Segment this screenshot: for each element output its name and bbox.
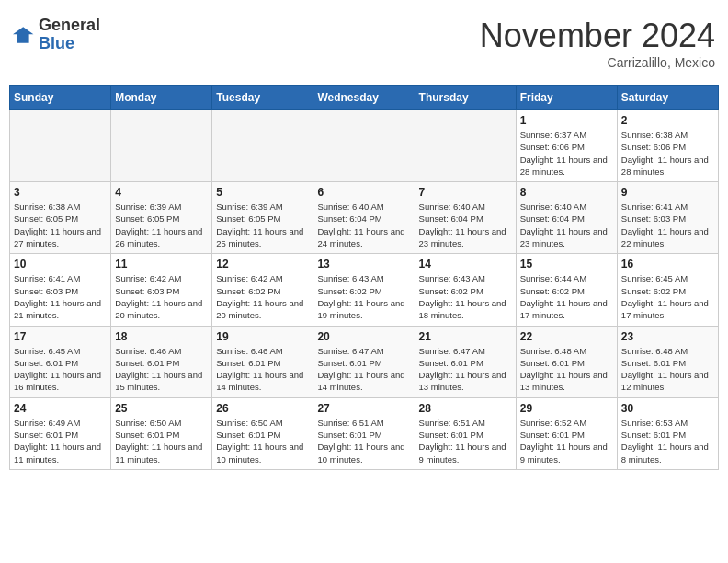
day-number: 15: [520, 258, 613, 270]
day-number: 24: [14, 402, 107, 415]
day-info: Sunrise: 6:50 AM Sunset: 6:01 PM Dayligh…: [216, 417, 309, 465]
day-number: 3: [14, 186, 107, 199]
day-number: 4: [115, 186, 208, 199]
calendar-cell: 17Sunrise: 6:45 AM Sunset: 6:01 PM Dayli…: [10, 326, 111, 397]
day-number: 7: [419, 186, 512, 199]
day-info: Sunrise: 6:40 AM Sunset: 6:04 PM Dayligh…: [419, 201, 512, 249]
calendar-cell: 29Sunrise: 6:52 AM Sunset: 6:01 PM Dayli…: [516, 397, 617, 469]
day-info: Sunrise: 6:42 AM Sunset: 6:02 PM Dayligh…: [216, 272, 309, 321]
day-info: Sunrise: 6:44 AM Sunset: 6:02 PM Dayligh…: [520, 272, 613, 321]
calendar-cell: [10, 110, 111, 182]
calendar-cell: 26Sunrise: 6:50 AM Sunset: 6:01 PM Dayli…: [212, 397, 313, 469]
day-number: 14: [419, 258, 512, 270]
day-number: 25: [115, 402, 208, 415]
calendar-cell: [415, 110, 516, 182]
calendar-cell: 22Sunrise: 6:48 AM Sunset: 6:01 PM Dayli…: [516, 326, 617, 397]
day-number: 12: [216, 258, 309, 270]
day-info: Sunrise: 6:50 AM Sunset: 6:01 PM Dayligh…: [115, 417, 208, 465]
day-number: 8: [520, 186, 613, 199]
weekday-header-monday: Monday: [111, 86, 212, 110]
svg-marker-0: [13, 27, 33, 43]
weekday-header-wednesday: Wednesday: [313, 86, 415, 110]
week-row-3: 17Sunrise: 6:45 AM Sunset: 6:01 PM Dayli…: [10, 326, 719, 397]
logo-icon: [13, 24, 35, 46]
day-number: 6: [317, 186, 410, 199]
calendar-cell: 27Sunrise: 6:51 AM Sunset: 6:01 PM Dayli…: [313, 397, 415, 469]
day-number: 13: [317, 258, 410, 270]
day-number: 23: [621, 330, 714, 343]
calendar-cell: 21Sunrise: 6:47 AM Sunset: 6:01 PM Dayli…: [415, 326, 516, 397]
day-info: Sunrise: 6:52 AM Sunset: 6:01 PM Dayligh…: [520, 417, 613, 465]
page-header: General Blue November 2024 Carrizalillo,…: [9, 9, 719, 77]
calendar-cell: [313, 110, 415, 182]
month-title: November 2024: [480, 17, 715, 55]
day-info: Sunrise: 6:42 AM Sunset: 6:03 PM Dayligh…: [115, 272, 208, 321]
calendar-cell: 25Sunrise: 6:50 AM Sunset: 6:01 PM Dayli…: [111, 397, 212, 469]
calendar-cell: 12Sunrise: 6:42 AM Sunset: 6:02 PM Dayli…: [212, 254, 313, 326]
day-info: Sunrise: 6:48 AM Sunset: 6:01 PM Dayligh…: [621, 345, 714, 394]
day-info: Sunrise: 6:46 AM Sunset: 6:01 PM Dayligh…: [115, 345, 208, 394]
day-number: 19: [216, 330, 309, 343]
day-info: Sunrise: 6:47 AM Sunset: 6:01 PM Dayligh…: [317, 345, 410, 394]
day-info: Sunrise: 6:45 AM Sunset: 6:02 PM Dayligh…: [621, 272, 714, 321]
logo: General Blue: [13, 17, 100, 53]
week-row-1: 3Sunrise: 6:38 AM Sunset: 6:05 PM Daylig…: [10, 182, 719, 254]
calendar-cell: 7Sunrise: 6:40 AM Sunset: 6:04 PM Daylig…: [415, 182, 516, 254]
day-info: Sunrise: 6:40 AM Sunset: 6:04 PM Dayligh…: [317, 201, 410, 249]
calendar-cell: 6Sunrise: 6:40 AM Sunset: 6:04 PM Daylig…: [313, 182, 415, 254]
day-number: 5: [216, 186, 309, 199]
day-info: Sunrise: 6:45 AM Sunset: 6:01 PM Dayligh…: [14, 345, 107, 394]
day-info: Sunrise: 6:40 AM Sunset: 6:04 PM Dayligh…: [520, 201, 613, 249]
weekday-header-thursday: Thursday: [415, 86, 516, 110]
calendar-cell: 20Sunrise: 6:47 AM Sunset: 6:01 PM Dayli…: [313, 326, 415, 397]
day-info: Sunrise: 6:41 AM Sunset: 6:03 PM Dayligh…: [621, 201, 714, 249]
day-info: Sunrise: 6:39 AM Sunset: 6:05 PM Dayligh…: [115, 201, 208, 249]
day-info: Sunrise: 6:51 AM Sunset: 6:01 PM Dayligh…: [317, 417, 410, 465]
day-info: Sunrise: 6:48 AM Sunset: 6:01 PM Dayligh…: [520, 345, 613, 394]
calendar-cell: 1Sunrise: 6:37 AM Sunset: 6:06 PM Daylig…: [516, 110, 617, 182]
day-number: 17: [14, 330, 107, 343]
calendar-cell: 9Sunrise: 6:41 AM Sunset: 6:03 PM Daylig…: [617, 182, 718, 254]
day-info: Sunrise: 6:38 AM Sunset: 6:05 PM Dayligh…: [14, 201, 107, 249]
day-number: 27: [317, 402, 410, 415]
day-info: Sunrise: 6:53 AM Sunset: 6:01 PM Dayligh…: [621, 417, 714, 465]
weekday-header-friday: Friday: [516, 86, 617, 110]
calendar-cell: 8Sunrise: 6:40 AM Sunset: 6:04 PM Daylig…: [516, 182, 617, 254]
day-info: Sunrise: 6:43 AM Sunset: 6:02 PM Dayligh…: [419, 272, 512, 321]
logo-blue-text: Blue: [39, 35, 100, 53]
day-info: Sunrise: 6:49 AM Sunset: 6:01 PM Dayligh…: [14, 417, 107, 465]
calendar-cell: 16Sunrise: 6:45 AM Sunset: 6:02 PM Dayli…: [617, 254, 718, 326]
week-row-0: 1Sunrise: 6:37 AM Sunset: 6:06 PM Daylig…: [10, 110, 719, 182]
calendar-cell: 30Sunrise: 6:53 AM Sunset: 6:01 PM Dayli…: [617, 397, 718, 469]
day-number: 2: [621, 114, 714, 127]
weekday-header-saturday: Saturday: [617, 86, 718, 110]
calendar-cell: 2Sunrise: 6:38 AM Sunset: 6:06 PM Daylig…: [617, 110, 718, 182]
day-info: Sunrise: 6:39 AM Sunset: 6:05 PM Dayligh…: [216, 201, 309, 249]
calendar-cell: 24Sunrise: 6:49 AM Sunset: 6:01 PM Dayli…: [10, 397, 111, 469]
calendar-cell: 28Sunrise: 6:51 AM Sunset: 6:01 PM Dayli…: [415, 397, 516, 469]
day-info: Sunrise: 6:46 AM Sunset: 6:01 PM Dayligh…: [216, 345, 309, 394]
weekday-header-sunday: Sunday: [10, 86, 111, 110]
logo-general-text: General: [39, 17, 100, 35]
calendar-cell: 5Sunrise: 6:39 AM Sunset: 6:05 PM Daylig…: [212, 182, 313, 254]
day-number: 28: [419, 402, 512, 415]
day-number: 18: [115, 330, 208, 343]
day-info: Sunrise: 6:41 AM Sunset: 6:03 PM Dayligh…: [14, 272, 107, 321]
calendar-cell: 4Sunrise: 6:39 AM Sunset: 6:05 PM Daylig…: [111, 182, 212, 254]
day-info: Sunrise: 6:37 AM Sunset: 6:06 PM Dayligh…: [520, 129, 613, 178]
week-row-2: 10Sunrise: 6:41 AM Sunset: 6:03 PM Dayli…: [10, 254, 719, 326]
location: Carrizalillo, Mexico: [480, 55, 715, 70]
day-number: 29: [520, 402, 613, 415]
calendar-cell: 19Sunrise: 6:46 AM Sunset: 6:01 PM Dayli…: [212, 326, 313, 397]
day-info: Sunrise: 6:51 AM Sunset: 6:01 PM Dayligh…: [419, 417, 512, 465]
calendar-cell: 15Sunrise: 6:44 AM Sunset: 6:02 PM Dayli…: [516, 254, 617, 326]
day-info: Sunrise: 6:38 AM Sunset: 6:06 PM Dayligh…: [621, 129, 714, 178]
day-number: 26: [216, 402, 309, 415]
weekday-header-row: SundayMondayTuesdayWednesdayThursdayFrid…: [10, 86, 719, 110]
day-number: 30: [621, 402, 714, 415]
day-number: 10: [14, 258, 107, 270]
day-number: 11: [115, 258, 208, 270]
day-number: 1: [520, 114, 613, 127]
calendar-cell: 3Sunrise: 6:38 AM Sunset: 6:05 PM Daylig…: [10, 182, 111, 254]
day-number: 22: [520, 330, 613, 343]
